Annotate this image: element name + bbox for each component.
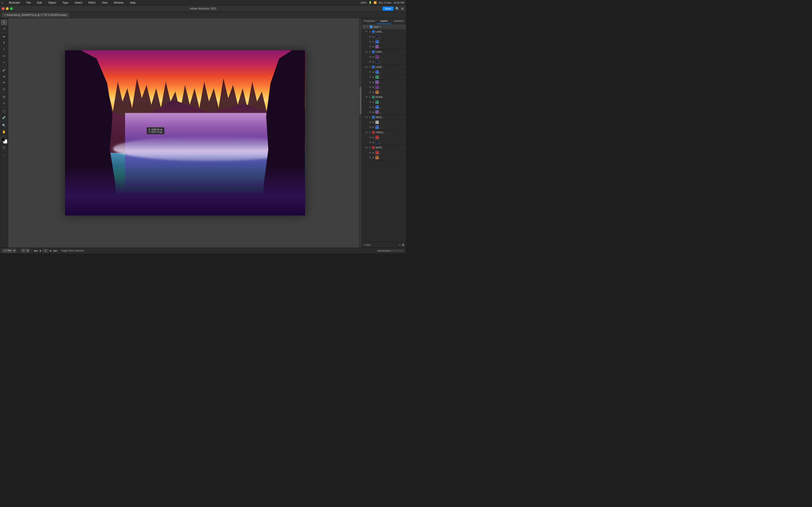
land1-sub2-vis[interactable]: 👁 — [368, 40, 372, 44]
menu-help[interactable]: Help — [129, 1, 137, 5]
menu-select[interactable]: Select — [73, 1, 83, 5]
land3-row[interactable]: 👁 ▼ LAND... ○ — [362, 64, 406, 69]
river-sub1[interactable]: 👁 ▶ ... ○ — [362, 100, 406, 105]
misc3-lock[interactable]: ○ — [402, 91, 406, 94]
minimize-button[interactable] — [6, 7, 9, 10]
misc1-lock[interactable]: ○ — [402, 80, 406, 84]
scale-tool[interactable]: ⤢ — [1, 100, 7, 106]
water-vis-icon[interactable]: 👁 — [365, 115, 368, 119]
water2-expand-icon[interactable]: ▼ — [368, 146, 371, 149]
land2-row[interactable]: 👁 ▼ LAND... ○ — [362, 49, 406, 54]
land1-sub1-lock[interactable]: ○ — [402, 35, 406, 38]
blob-brush-tool[interactable]: ⌀ — [1, 73, 7, 79]
trees-sub2-expand[interactable]: ▶ — [372, 141, 375, 144]
type-tool[interactable]: T — [1, 40, 7, 46]
water-row[interactable]: 👁 ▼ WATE... ○ — [362, 115, 406, 120]
water2-vis-icon[interactable]: 👁 — [365, 146, 368, 150]
menu-window[interactable]: Window — [113, 1, 125, 5]
page-nav-last[interactable]: ▶▶ — [54, 249, 57, 252]
land3-sub1-expand[interactable]: ▶ — [372, 71, 375, 73]
land2-vis-icon[interactable]: 👁 — [365, 50, 368, 54]
paintbrush-tool[interactable]: 🖌 — [1, 67, 7, 73]
land1-expand-icon[interactable]: ▼ — [368, 30, 371, 33]
land1-sub2-lock[interactable]: ○ — [402, 40, 406, 43]
eraser-tool[interactable]: ◻ — [1, 86, 7, 92]
share-button[interactable]: Share — [383, 7, 394, 11]
land2-sub1[interactable]: 👁 ▶ ... ○ — [362, 54, 406, 59]
layer1-expand-icon[interactable]: ▼ — [366, 25, 369, 28]
land3-lock[interactable]: ○ — [402, 65, 406, 69]
pen-tool[interactable]: ✒ — [1, 34, 7, 40]
river-sub3-vis[interactable]: 👁 — [368, 110, 372, 114]
menu-object[interactable]: Object — [47, 1, 58, 5]
trees-sub1[interactable]: 👁 ▶ ... ○ — [362, 135, 406, 140]
land3-sub2-lock[interactable]: ○ — [402, 75, 406, 78]
water-sub2-vis[interactable]: 👁 — [368, 125, 372, 129]
misc1-vis[interactable]: 👁 — [368, 80, 372, 84]
ellipse-tool[interactable]: ○ — [1, 59, 7, 65]
hand-tool[interactable]: ✋ — [1, 129, 7, 135]
menu-illustrator[interactable]: Illustrator — [7, 1, 21, 5]
maximize-button[interactable] — [10, 7, 13, 10]
water-sub1-vis[interactable]: 👁 — [368, 120, 372, 124]
search-icon[interactable]: 🔍 — [395, 7, 399, 10]
document-tab[interactable]: ✕ AdobeStock_444686758.ai @ 17.78 % (RGB… — [2, 13, 69, 17]
land3-sub2-vis[interactable]: 👁 — [368, 75, 372, 79]
misc2-expand[interactable]: ▶ — [372, 86, 375, 89]
tab-properties[interactable]: Properties — [362, 18, 377, 24]
land1-sub3-lock[interactable]: ○ — [402, 45, 406, 48]
menu-effect[interactable]: Effect — [87, 1, 97, 5]
land3-sub1[interactable]: 👁 ▶ ... ○ — [362, 69, 406, 74]
river-sub2-vis[interactable]: 👁 — [368, 105, 372, 109]
misc3-row[interactable]: 👁 ▶ ... ○ — [362, 90, 406, 95]
water2-sub2-expand[interactable]: ▶ — [372, 156, 375, 159]
layer1-visibility-icon[interactable]: 👁 — [362, 25, 366, 29]
land1-sub1-vis[interactable]: 👁 — [368, 35, 372, 39]
trees-row[interactable]: 👁 ▼ TREES... ○ — [362, 130, 406, 135]
delete-layer-icon[interactable]: 🗑 — [402, 243, 405, 246]
river-sub3[interactable]: 👁 ▶ ... ○ — [362, 110, 406, 115]
apple-icon[interactable]:  — [2, 1, 3, 5]
land2-sub1-lock[interactable]: ○ — [402, 55, 406, 58]
close-button[interactable] — [2, 7, 5, 10]
misc3-expand[interactable]: ▶ — [372, 91, 375, 94]
river-vis-icon[interactable]: 👁 — [365, 95, 368, 99]
land3-sub2-expand[interactable]: ▶ — [372, 75, 375, 78]
misc1-expand[interactable]: ▶ — [372, 81, 375, 83]
menu-edit[interactable]: Edit — [36, 1, 43, 5]
water2-sub1-expand[interactable]: ▶ — [372, 151, 375, 154]
more-tools-btn[interactable]: ··· — [1, 152, 7, 158]
misc3-vis[interactable]: 👁 — [368, 90, 372, 94]
water-sub2-lock[interactable]: ○ — [402, 126, 406, 129]
land1-sub3-vis[interactable]: 👁 — [368, 45, 372, 48]
water2-sub1-lock[interactable]: ○ — [402, 151, 406, 154]
land2-sub2-expand[interactable]: ▶ — [372, 60, 375, 63]
misc2-vis[interactable]: 👁 — [368, 85, 372, 89]
water2-lock[interactable]: ○ — [402, 146, 406, 149]
land2-lock[interactable]: ○ — [402, 50, 406, 53]
menu-file[interactable]: File — [25, 1, 32, 5]
land1-vis-icon[interactable]: 👁 — [365, 30, 368, 34]
river-sub2-expand[interactable]: ▶ — [372, 106, 375, 108]
tab-close-icon[interactable]: ✕ — [4, 13, 6, 16]
misc2-row[interactable]: 👁 ▶ ... ○ — [362, 84, 406, 90]
land2-sub2-lock[interactable]: ○ — [402, 60, 406, 63]
direct-selection-tool[interactable]: ↗ — [1, 26, 7, 32]
color-swatches[interactable] — [1, 137, 7, 144]
land2-expand-icon[interactable]: ▼ — [368, 51, 371, 53]
gradient-tool[interactable]: ⬡ — [1, 108, 7, 114]
land1-sub2[interactable]: 👁 ▶ ... ○ — [362, 39, 406, 44]
page-nav-fwd[interactable]: ▶ — [50, 249, 52, 252]
river-row[interactable]: 👁 ▼ RIVER... ○ — [362, 95, 406, 100]
rect-tool[interactable]: ▭ — [1, 53, 7, 59]
water-sub1-lock[interactable]: ○ — [402, 121, 406, 124]
trees-lock[interactable]: ○ — [402, 131, 406, 134]
rotation-dropdown[interactable]: 0° — [20, 249, 30, 252]
land3-vis-icon[interactable]: 👁 — [365, 65, 368, 69]
water2-sub1-vis[interactable]: 👁 — [368, 151, 372, 154]
add-layer-icon[interactable]: + — [399, 243, 401, 246]
zoom-tool[interactable]: 🔍 — [1, 122, 7, 128]
land1-sub2-expand[interactable]: ▶ — [372, 40, 375, 43]
zoom-dropdown[interactable]: 17.78% — [2, 249, 16, 252]
river-sub2[interactable]: 👁 ▶ ... ○ — [362, 105, 406, 110]
